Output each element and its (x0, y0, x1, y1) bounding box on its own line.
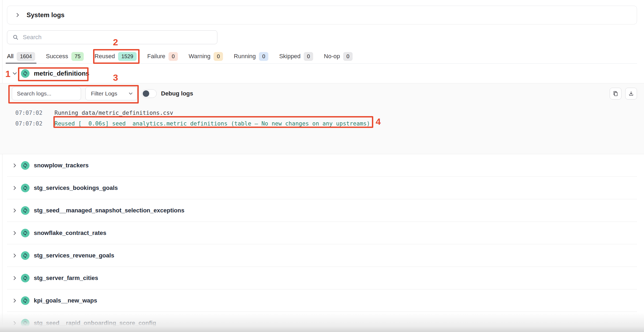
status-tabs: All 1604 Success 75 Reused 1529 Failure … (7, 49, 637, 64)
log-message: Reused [ 0.06s] seed analytics.metric_de… (54, 120, 370, 127)
sync-status-badge (21, 184, 30, 192)
collapsed-node-row[interactable]: stg_seed__managed_snapshot_selection_exc… (7, 199, 637, 222)
collapsed-node-row[interactable]: stg_services_bookings_goals (7, 177, 637, 199)
tab-count-badge: 0 (343, 52, 353, 61)
collapsed-node-label: snowplow_trackers (34, 162, 89, 169)
log-message: Running data/metric_definitions.csv (54, 110, 173, 116)
filter-logs-dropdown[interactable]: Filter Logs (85, 87, 137, 100)
search-input[interactable] (22, 34, 212, 41)
tab-count-badge: 1529 (118, 52, 137, 61)
log-lines: 07:07:02 Running data/metric_definitions… (7, 108, 637, 129)
chevron-down-icon[interactable] (12, 71, 17, 76)
tab-label: All (7, 53, 13, 60)
node-list: snowplow_trackers stg_services_bookings_… (7, 154, 637, 332)
copy-logs-button[interactable] (610, 88, 621, 99)
sync-status-badge (21, 69, 30, 78)
log-line: 07:07:02 Running data/metric_definitions… (7, 108, 637, 118)
status-tab[interactable]: Failure 0 (147, 49, 178, 63)
status-tab[interactable]: Warning 0 (189, 49, 223, 63)
log-line: 07:07:02 Reused [ 0.06s] seed analytics.… (7, 118, 637, 129)
tab-label: Failure (147, 53, 165, 60)
download-icon (628, 91, 634, 97)
chevron-right-icon (15, 13, 20, 17)
tab-count-badge: 1604 (17, 52, 35, 61)
download-logs-button[interactable] (625, 88, 637, 99)
copy-icon (613, 91, 619, 97)
tab-count-badge: 0 (169, 52, 178, 61)
collapsed-node-label: stg_server_farm_cities (34, 275, 98, 282)
sync-status-badge (21, 296, 30, 305)
chevron-right-icon[interactable] (12, 253, 17, 258)
sync-status-badge (21, 274, 30, 282)
sync-icon (23, 275, 28, 281)
collapsed-node-row[interactable]: snowplow_trackers (7, 154, 637, 177)
system-logs-header[interactable]: System logs (7, 6, 637, 24)
sync-status-badge (21, 319, 30, 327)
log-panel: Filter Logs Debug logs 07:07:02 Running … (0, 83, 644, 154)
collapsed-node-label: stg_seed__rapid_onboarding_score_config (34, 320, 156, 327)
log-timestamp: 07:07:02 (7, 120, 54, 127)
sync-status-badge (21, 206, 30, 215)
status-tab[interactable]: Running 0 (234, 49, 268, 63)
status-tab[interactable]: Skipped 0 (279, 49, 313, 63)
collapsed-node-label: stg_services_revenue_goals (34, 252, 114, 259)
tab-label: Reused (94, 53, 115, 60)
tab-count-badge: 0 (304, 52, 313, 61)
collapsed-node-label: kpi_goals__new_waps (34, 297, 97, 304)
log-timestamp: 07:07:02 (7, 110, 54, 116)
status-tab[interactable]: Success 75 (46, 49, 84, 63)
chevron-right-icon[interactable] (12, 276, 17, 281)
tab-label: Warning (189, 53, 210, 60)
collapsed-node-row[interactable]: snowflake_contract_rates (7, 222, 637, 244)
chevron-down-icon (129, 91, 133, 96)
tab-count-badge: 75 (71, 52, 84, 61)
collapsed-node-row[interactable]: stg_server_farm_cities (7, 267, 637, 289)
collapsed-node-row[interactable]: stg_seed__rapid_onboarding_score_config (7, 312, 637, 332)
sync-icon (23, 163, 28, 168)
sync-icon (23, 298, 28, 303)
main-content: System logs All 1604 Success 75 Reused 1… (0, 6, 644, 332)
log-toolbar: Filter Logs Debug logs (7, 87, 637, 100)
collapsed-node-label: stg_seed__managed_snapshot_selection_exc… (34, 207, 184, 214)
status-tab[interactable]: All 1604 (7, 49, 35, 63)
search-logs-input[interactable] (12, 87, 81, 100)
status-tab[interactable]: No-op 0 (324, 49, 353, 63)
chevron-right-icon[interactable] (12, 298, 17, 303)
filter-logs-label: Filter Logs (91, 90, 117, 97)
sync-status-badge (21, 251, 30, 260)
tab-label: Success (46, 53, 68, 60)
tab-count-badge: 0 (259, 52, 268, 61)
status-tab[interactable]: Reused 1529 (94, 49, 136, 63)
toggle-knob (143, 90, 149, 97)
global-search (7, 30, 217, 44)
search-icon (13, 34, 19, 40)
expanded-node-row[interactable]: metric_definitions (7, 64, 637, 83)
chevron-right-icon[interactable] (12, 163, 17, 168)
expanded-node-label: metric_definitions (34, 70, 89, 77)
chevron-right-icon[interactable] (12, 186, 17, 190)
sync-icon (23, 185, 28, 191)
sync-status-badge (21, 229, 30, 237)
debug-logs-toggle[interactable] (142, 89, 157, 98)
sync-icon (23, 253, 28, 258)
tab-count-badge: 0 (214, 52, 223, 61)
chevron-right-icon[interactable] (12, 321, 17, 326)
debug-logs-label: Debug logs (161, 90, 193, 97)
log-actions (610, 88, 637, 99)
sync-icon (23, 230, 28, 236)
sync-status-badge (21, 161, 30, 170)
collapsed-node-row[interactable]: stg_services_revenue_goals (7, 244, 637, 267)
collapsed-node-label: snowflake_contract_rates (34, 230, 106, 237)
chevron-right-icon[interactable] (12, 208, 17, 213)
sync-icon (23, 208, 28, 213)
collapsed-node-row[interactable]: kpi_goals__new_waps (7, 289, 637, 312)
sync-icon (23, 320, 28, 326)
collapsed-node-label: stg_services_bookings_goals (34, 185, 118, 191)
tab-label: Skipped (279, 53, 301, 60)
tab-label: Running (234, 53, 256, 60)
tab-label: No-op (324, 53, 340, 60)
sync-icon (23, 71, 28, 76)
chevron-right-icon[interactable] (12, 231, 17, 235)
system-logs-title: System logs (27, 11, 64, 19)
